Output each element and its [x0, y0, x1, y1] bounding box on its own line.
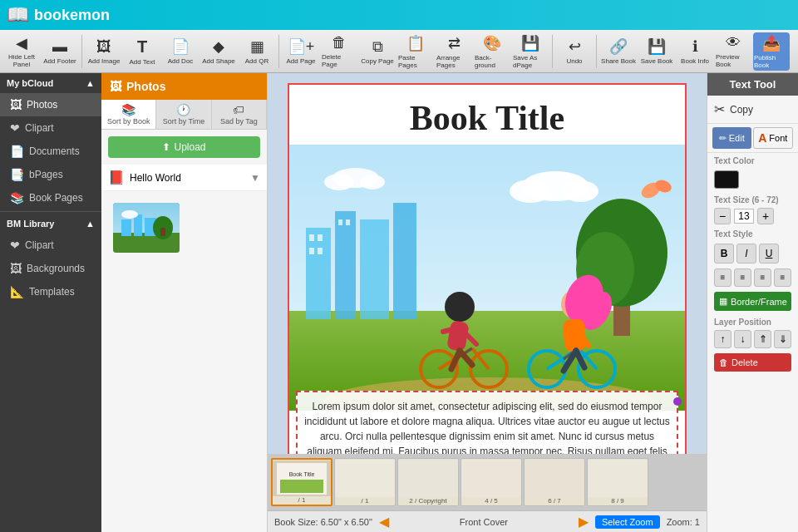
prev-page-arrow[interactable]: ◀ [379, 514, 389, 530]
layer-down-button[interactable]: ↓ [734, 330, 751, 348]
sort-by-book-tab[interactable]: 📚 Sort by Book [101, 100, 156, 129]
resize-handle[interactable] [673, 397, 682, 406]
add-image-button[interactable]: 🖼 Add Image [86, 32, 122, 71]
illustration-svg [289, 145, 685, 411]
thumb-3-label: 2 / Copyright [409, 497, 446, 505]
copy-page-button[interactable]: ⧉ Copy Page [359, 32, 396, 71]
text-color-swatch[interactable] [714, 170, 739, 189]
sidebar-item-templates[interactable]: 📐 Templates [0, 280, 101, 303]
add-qr-label: Add QR [245, 57, 268, 65]
hide-left-panel-button[interactable]: ◀ Hide Left Panel [3, 32, 40, 71]
upload-label: Upload [174, 141, 205, 153]
add-footer-button[interactable]: ▬ Add Footer [42, 32, 78, 71]
sidebar-item-bpages[interactable]: 📑 bPages [0, 163, 101, 186]
align-right-button[interactable]: ≡ [754, 268, 771, 287]
save-book-icon: 💾 [648, 37, 666, 56]
save-book-button[interactable]: 💾 Save Book [638, 32, 675, 71]
delete-page-button[interactable]: 🗑 Delete Page [321, 32, 357, 71]
border-frame-button[interactable]: ▦ Border/Frame [714, 292, 791, 311]
svg-rect-18 [309, 248, 314, 254]
delete-icon: 🗑 [719, 357, 728, 367]
layer-position-label: Layer Position [707, 314, 798, 328]
arrange-pages-button[interactable]: ⇄ Arrange Pages [436, 32, 472, 71]
bm-library-section[interactable]: BM Library ▲ [0, 214, 101, 234]
add-page-button[interactable]: 📄+ Add Page [283, 32, 319, 71]
edit-button[interactable]: ✏ Edit [712, 127, 751, 149]
share-book-button[interactable]: 🔗 Share Book [600, 32, 637, 71]
copy-page-icon: ⧉ [372, 38, 383, 56]
add-qr-button[interactable]: ▦ Add QR [239, 32, 275, 71]
add-shape-button[interactable]: ◆ Add Shape [200, 32, 237, 71]
my-bcloud-section[interactable]: My bCloud ▲ [0, 73, 101, 93]
thumbnail-6[interactable]: 8 / 9 [587, 458, 648, 506]
sidebar-item-documents[interactable]: 📄 Documents [0, 140, 101, 163]
paste-label: Paste Pages [398, 54, 433, 69]
sidebar-item-bm-clipart[interactable]: ❤ Clipart [0, 234, 101, 257]
documents-label: Documents [29, 145, 80, 157]
layer-bottom-button[interactable]: ⇓ [774, 330, 791, 348]
thumb-2-label: / 1 [362, 497, 369, 505]
save-as-dpage-button[interactable]: 💾 Save As dPage [512, 32, 549, 71]
background-button[interactable]: 🎨 Back-ground [474, 32, 510, 71]
sort-by-time-tab[interactable]: 🕐 Sort by Time [156, 100, 211, 129]
text-size-input[interactable] [734, 209, 754, 224]
publish-book-button[interactable]: 📤 Publish Book [753, 32, 790, 71]
sidebar-item-photos[interactable]: 🖼 Photos [0, 93, 101, 116]
select-zoom-button[interactable]: Select Zoom [595, 515, 660, 529]
logo-icon: 📖 [7, 4, 29, 26]
thumbnail-5[interactable]: 6 / 7 [524, 458, 585, 506]
copy-button[interactable]: ✂ Copy [707, 96, 798, 124]
sidebar-item-book-pages[interactable]: 📚 Book Pages [0, 186, 101, 209]
photos-panel: 🖼 Photos 📚 Sort by Book 🕐 Sort by Time 🏷… [101, 73, 268, 532]
add-image-label: Add Image [88, 57, 121, 65]
upload-button[interactable]: ⬆ Upload [108, 136, 260, 158]
paste-pages-button[interactable]: 📋 Paste Pages [397, 32, 434, 71]
edit-icon: ✏ [719, 133, 727, 144]
templates-icon: 📐 [10, 285, 24, 298]
thumbnail-4[interactable]: 4 / 5 [461, 458, 522, 506]
add-text-button[interactable]: T Add Text [124, 32, 160, 71]
underline-button[interactable]: U [759, 244, 779, 264]
layer-top-button[interactable]: ⇑ [754, 330, 771, 348]
layer-up-button[interactable]: ↑ [714, 330, 732, 348]
bm-library-label: BM Library [7, 219, 54, 229]
undo-icon: ↩ [569, 37, 581, 56]
align-center-button[interactable]: ≡ [734, 268, 751, 287]
book-list-item[interactable]: 📕 Hello World ▼ [101, 165, 267, 191]
font-button[interactable]: A Font [753, 127, 794, 149]
add-doc-button[interactable]: 📄 Add Doc [162, 32, 199, 71]
text-size-increase[interactable]: + [757, 208, 774, 224]
italic-button[interactable]: I [736, 244, 756, 264]
svg-rect-3 [134, 214, 142, 236]
right-panel-header: Text Tool [707, 73, 798, 96]
qr-icon: ▦ [250, 37, 264, 56]
book-info-button[interactable]: ℹ Book Info [677, 32, 713, 71]
sidebar-item-clipart[interactable]: ❤ Clipart [0, 116, 101, 140]
canvas-wrapper: Book Title [288, 83, 687, 490]
align-justify-button[interactable]: ≡ [774, 268, 791, 287]
undo-button[interactable]: ↩ Undo [556, 32, 593, 71]
book-tab-icon: 📚 [121, 103, 135, 116]
thumbnail-1[interactable]: Book Title / 1 [271, 458, 332, 506]
sort-by-tag-tab[interactable]: 🏷 Sad by Tag [212, 100, 267, 129]
svg-rect-13 [335, 211, 356, 319]
svg-point-23 [510, 180, 551, 203]
undo-label: Undo [566, 57, 582, 65]
thumbnail-2[interactable]: / 1 [334, 458, 396, 506]
text-size-decrease[interactable]: − [714, 208, 731, 224]
share-label: Share Book [601, 57, 636, 65]
bold-button[interactable]: B [714, 244, 734, 264]
divider-3 [552, 35, 553, 68]
align-left-button[interactable]: ≡ [714, 268, 732, 287]
photo-thumbnail[interactable] [113, 203, 180, 253]
book-pages-icon: 📚 [10, 191, 24, 204]
preview-book-button[interactable]: 👁 Preview Book [715, 32, 751, 71]
my-bcloud-arrow: ▲ [86, 78, 95, 88]
photo-grid [101, 191, 267, 264]
delete-button[interactable]: 🗑 Delete [714, 353, 791, 372]
thumbnail-3[interactable]: 2 / Copyright [397, 458, 459, 506]
next-page-arrow[interactable]: ▶ [579, 514, 589, 530]
canvas-frame[interactable]: Book Title [288, 83, 687, 490]
svg-rect-19 [318, 248, 323, 254]
sidebar-item-backgrounds[interactable]: 🖼 Backgrounds [0, 257, 101, 280]
